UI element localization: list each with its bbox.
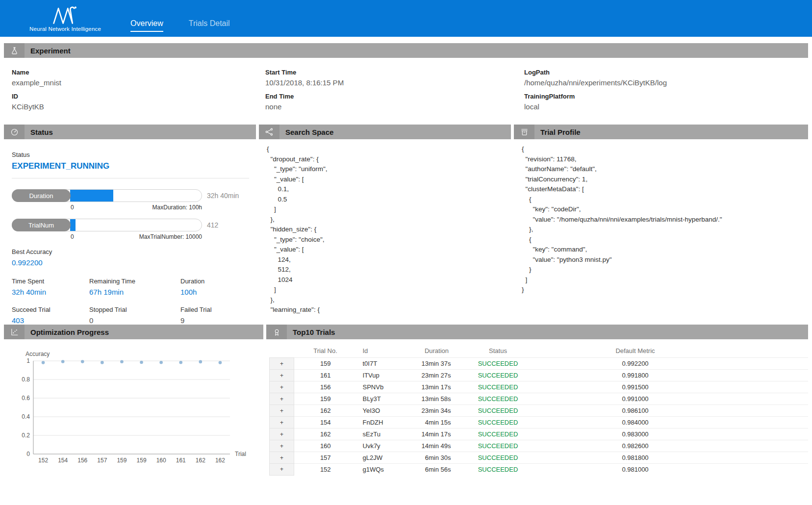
experiment-panel: Experiment Nameexample_mnistIDKCiBytKBSt… xyxy=(4,43,808,121)
column-header-trial-no: Trial No. xyxy=(294,344,357,358)
duration-bar-label: Duration xyxy=(12,189,71,202)
duration-cell: 23min 27s xyxy=(410,370,464,381)
network-icon xyxy=(259,125,279,139)
duration-cell: 13min 17s xyxy=(410,381,464,393)
status-cell: SUCCEEDED xyxy=(464,370,533,381)
stat-time-spent: Time Spent32h 40min xyxy=(12,278,89,296)
search-space-header: Search Space xyxy=(259,125,511,139)
flask-icon xyxy=(4,43,25,58)
scatter-chart-icon xyxy=(4,325,25,339)
stat-label: Stopped Trial xyxy=(89,306,180,313)
status-cell: SUCCEEDED xyxy=(464,464,533,476)
trialnum-progress: TrialNum 412 0 MaxTrialNumber: 10000 xyxy=(12,219,249,240)
status-stats: Time Spent32h 40minRemaining Time67h 19m… xyxy=(12,278,249,325)
expand-row-button[interactable]: + xyxy=(270,405,294,417)
filler-cell xyxy=(738,452,809,464)
nni-logo: Neural Network Intelligence xyxy=(29,5,101,32)
stat-label: Succeed Trial xyxy=(12,306,89,313)
status-title: Status xyxy=(30,128,53,136)
expand-row-button[interactable]: + xyxy=(270,452,294,464)
metric-cell: 0.981800 xyxy=(533,452,738,464)
trial-no-cell: 157 xyxy=(294,452,357,464)
tab-trials-detail[interactable]: Trials Detail xyxy=(189,19,230,32)
column-header-expand xyxy=(270,344,294,358)
id-cell: BLy3T xyxy=(357,393,410,405)
stat-succeed-trial: Succeed Trial403 xyxy=(12,306,89,325)
medal-icon xyxy=(266,325,287,339)
experiment-header: Experiment xyxy=(4,43,808,58)
top10-header-row: Trial No.IdDurationStatusDefault Metric xyxy=(270,344,809,358)
metric-cell: 0.984000 xyxy=(533,417,738,429)
expand-row-button[interactable]: + xyxy=(270,440,294,452)
column-header-status: Status xyxy=(464,344,533,358)
column-header-duration: Duration xyxy=(410,344,464,358)
tab-overview[interactable]: Overview xyxy=(130,19,163,32)
table-row: +162YeI3O23min 34sSUCCEEDED0.986100 xyxy=(270,405,809,417)
filler-cell xyxy=(738,464,809,476)
trialnum-bar-fill xyxy=(70,219,76,231)
expand-row-button[interactable]: + xyxy=(270,464,294,476)
optimization-progress-panel: Optimization Progress 00.20.40.60.811521… xyxy=(4,325,263,491)
duration-bar-fill xyxy=(70,190,113,202)
expand-row-button[interactable]: + xyxy=(270,417,294,429)
trial-profile-scroll[interactable]: { "revision": 11768, "authorName": "defa… xyxy=(514,139,808,321)
duration-progress-bar: Duration xyxy=(12,189,202,202)
best-accuracy-value: 0.992200 xyxy=(12,258,249,267)
filler-cell xyxy=(738,381,809,393)
svg-text:160: 160 xyxy=(156,457,166,464)
stat-value: 9 xyxy=(180,316,249,325)
status-label: Status xyxy=(12,151,249,158)
filler-cell xyxy=(738,370,809,381)
duration-progress: Duration 32h 40min 0 MaxDuration: 100h xyxy=(12,189,249,211)
field-value-end-time: none xyxy=(265,102,524,111)
search-space-panel: Search Space { "dropout_rate": { "_type"… xyxy=(259,125,511,321)
trial-no-cell: 160 xyxy=(294,440,357,452)
table-row: +162sEzTu14min 17sSUCCEEDED0.983000 xyxy=(270,429,809,440)
metric-cell: 0.981000 xyxy=(533,464,738,476)
field-label-id: ID xyxy=(12,93,265,100)
expand-row-button[interactable]: + xyxy=(270,370,294,381)
field-value-id: KCiBytKB xyxy=(12,102,265,111)
duration-max: MaxDuration: 100h xyxy=(152,204,202,211)
id-cell: t0I7T xyxy=(357,358,410,370)
divider xyxy=(12,178,249,178)
status-cell: SUCCEEDED xyxy=(464,440,533,452)
metric-cell: 0.983000 xyxy=(533,429,738,440)
expand-row-button[interactable]: + xyxy=(270,381,294,393)
status-cell: SUCCEEDED xyxy=(464,405,533,417)
status-cell: SUCCEEDED xyxy=(464,393,533,405)
top10-table: Trial No.IdDurationStatusDefault Metric … xyxy=(269,344,808,476)
filler-cell xyxy=(738,358,809,370)
experiment-status-value: EXPERIMENT_RUNNING xyxy=(12,161,249,171)
trial-no-cell: 161 xyxy=(294,370,357,381)
search-space-scroll[interactable]: { "dropout_rate": { "_type": "uniform", … xyxy=(259,139,511,321)
stat-remaining-time: Remaining Time67h 19min xyxy=(89,278,180,296)
trial-no-cell: 162 xyxy=(294,405,357,417)
expand-row-button[interactable]: + xyxy=(270,429,294,440)
svg-text:1: 1 xyxy=(26,357,30,364)
field-label-name: Name xyxy=(12,69,265,76)
expand-row-button[interactable]: + xyxy=(270,393,294,405)
stat-duration: Duration100h xyxy=(180,278,249,296)
table-row: +157gL2JW6min 30sSUCCEEDED0.981800 xyxy=(270,452,809,464)
expand-row-button[interactable]: + xyxy=(270,358,294,370)
trial-no-cell: 159 xyxy=(294,358,357,370)
status-header: Status xyxy=(4,125,256,139)
metric-cell: 0.986100 xyxy=(533,405,738,417)
metric-cell: 0.991500 xyxy=(533,381,738,393)
duration-min: 0 xyxy=(71,204,74,211)
svg-text:154: 154 xyxy=(58,457,68,464)
duration-cell: 6min 30s xyxy=(410,452,464,464)
metric-cell: 0.991000 xyxy=(533,393,738,405)
search-space-title: Search Space xyxy=(285,128,333,136)
duration-value: 32h 40min xyxy=(207,192,249,200)
svg-text:162: 162 xyxy=(215,457,225,464)
id-cell: ITVup xyxy=(357,370,410,381)
nav-tabs: OverviewTrials Detail xyxy=(130,19,230,32)
optimization-progress-title: Optimization Progress xyxy=(30,328,109,336)
svg-text:0.8: 0.8 xyxy=(22,376,30,383)
column-header-filler xyxy=(738,344,809,358)
svg-text:0.4: 0.4 xyxy=(22,413,30,420)
accuracy-chart: 00.20.40.60.8115215415615715915916016116… xyxy=(8,348,255,472)
search-space-json: { "dropout_rate": { "_type": "uniform", … xyxy=(267,144,509,315)
